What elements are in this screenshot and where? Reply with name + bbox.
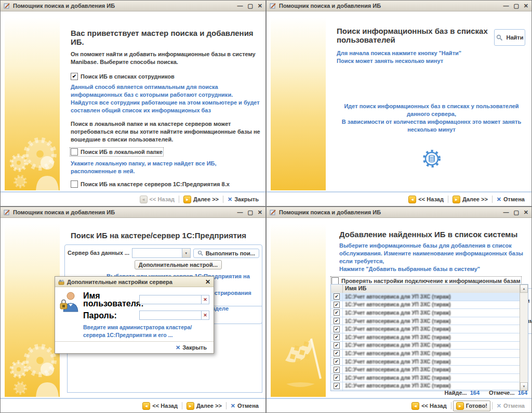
table-row[interactable]: ✔1С:Учет автосервиса для УП ЗХС (тираж)	[331, 358, 520, 366]
back-button[interactable]: ◂ << Назад	[140, 401, 180, 411]
table-row[interactable]: ✔1С:Учет автосервиса для УП ЗХС (тираж)	[331, 293, 520, 301]
close-button[interactable]: ✕ Закрыть	[225, 195, 261, 204]
checkbox-label: Проверять настройки подключение к информ…	[341, 278, 521, 284]
checkbox-verify-connection[interactable]: Проверять настройки подключение к информ…	[331, 277, 521, 285]
row-checkbox-checked[interactable]: ✔	[334, 383, 340, 389]
table-row[interactable]: ✔1С:Учет автосервиса для УП ЗХС (тираж)	[331, 374, 520, 382]
sidebar-art-gears	[5, 17, 60, 190]
close-icon[interactable]: ✕	[258, 210, 262, 215]
row-checkbox-checked[interactable]: ✔	[334, 318, 340, 324]
next-button[interactable]: ▸ Далее >>	[450, 195, 490, 204]
row-checkbox-checked[interactable]: ✔	[334, 350, 340, 356]
back-button[interactable]: ◂ << Назад	[409, 401, 449, 411]
ib-name-cell[interactable]: 1С:Учет автосервиса для УП ЗХС (тираж)	[343, 334, 520, 340]
table-row[interactable]: ✔1С:Учет автосервиса для УП ЗХС (тираж)	[331, 317, 520, 326]
find-button[interactable]: Найти	[494, 29, 525, 46]
ib-name-cell[interactable]: 1С:Учет автосервиса для УП ЗХС (тираж)	[343, 318, 520, 324]
maximize-icon[interactable]: ▢	[513, 3, 518, 9]
ib-name-cell[interactable]: 1С:Учет автосервиса для УП ЗХС (тираж)	[343, 375, 520, 381]
close-x-icon: ✕	[176, 344, 180, 351]
title-bar[interactable]: Помощник поиска и добавления ИБ — ▢ ✕	[1, 207, 265, 218]
page-title: Вас приветствует мастер поиска и добавле…	[71, 29, 260, 46]
checkbox-unchecked-icon[interactable]	[331, 277, 339, 285]
ib-name-cell[interactable]: 1С:Учет автосервиса для УП ЗХС (тираж)	[343, 342, 520, 348]
finish-arrow-icon: ▸	[456, 402, 464, 410]
next-button[interactable]: ▸ Далее >>	[181, 195, 221, 204]
next-button[interactable]: ▸ Далее >>	[184, 401, 224, 411]
back-button[interactable]: ◂ << Назад	[137, 195, 178, 204]
checkbox-search-users[interactable]: ✔ Поиск ИБ в списках сотрудников	[71, 73, 260, 80]
title-bar[interactable]: Помощник поиска и добавления ИБ — ▢ ✕	[1, 1, 265, 11]
welcome-content: Вас приветствует мастер поиска и добавле…	[71, 15, 260, 190]
maximize-icon[interactable]: ▢	[247, 3, 252, 9]
maximize-icon[interactable]: ▢	[513, 210, 518, 215]
row-checkbox-checked[interactable]: ✔	[334, 302, 340, 308]
row-checkbox-checked[interactable]: ✔	[334, 334, 340, 340]
header-name-column[interactable]: Имя ИБ	[343, 285, 520, 293]
scroll-up-icon[interactable]: ▲	[520, 285, 528, 293]
table-row[interactable]: ✔1С:Учет автосервиса для УП ЗХС (тираж)	[331, 333, 520, 342]
checkbox-unchecked-icon[interactable]	[71, 148, 78, 156]
clear-icon[interactable]: ✕	[202, 295, 209, 304]
server-settings-dialog: Дополнительные настройки сервера ✕ Имя п…	[55, 276, 214, 354]
row-checkbox-checked[interactable]: ✔	[334, 326, 340, 332]
ib-name-cell[interactable]: 1С:Учет автосервиса для УП ЗХС (тираж)	[343, 351, 520, 356]
row-checkbox-checked[interactable]: ✔	[334, 309, 340, 316]
server-combobox[interactable]: ▼	[132, 248, 191, 258]
ib-name-cell[interactable]: 1С:Учет автосервиса для УП ЗХС (тираж)	[343, 302, 520, 307]
ib-name-cell[interactable]: 1С:Учет автосервиса для УП ЗХС (тираж)	[343, 310, 520, 316]
title-bar[interactable]: Помощник поиска и добавления ИБ — ▢ ✕	[267, 207, 531, 218]
close-x-icon: ✕	[228, 196, 232, 203]
ib-name-cell[interactable]: 1С:Учет автосервиса для УП ЗХС (тираж)	[343, 294, 520, 300]
checkbox-search-cluster[interactable]: Поиск ИБ на кластере серверов 1С:Предпри…	[71, 180, 260, 188]
dialog-title-bar[interactable]: Дополнительные настройки сервера ✕	[55, 277, 214, 287]
checkbox-search-folder[interactable]: Поиск ИБ в локальной папке	[71, 148, 163, 156]
table-row[interactable]: ✔1С:Учет автосервиса для УП ЗХС (тираж)	[331, 366, 520, 374]
row-checkbox-checked[interactable]: ✔	[334, 293, 340, 300]
table-row[interactable]: ✔1С:Учет автосервиса для УП ЗХС (тираж)	[331, 325, 520, 333]
table-header[interactable]: Имя ИБ	[331, 285, 528, 293]
dialog-close-icon[interactable]: ✕	[205, 278, 210, 286]
username-field[interactable]: ✕	[139, 295, 209, 304]
close-icon[interactable]: ✕	[524, 210, 528, 215]
finish-button[interactable]: ▸ Готово!	[453, 401, 490, 411]
hint-duration: Поиск может занять несколько минут	[337, 57, 526, 65]
cancel-button[interactable]: ✕ Отмена	[494, 402, 527, 410]
dropdown-icon[interactable]: ▼	[182, 249, 190, 257]
hint-press: Нажмите "Добавить выбранные базы в систе…	[339, 265, 528, 273]
close-icon[interactable]: ✕	[524, 3, 528, 9]
password-field[interactable]: ✕	[139, 311, 209, 320]
back-button[interactable]: ◂ << Назад	[406, 195, 446, 204]
ib-name-cell[interactable]: 1С:Учет автосервиса для УП ЗХС (тираж)	[343, 367, 520, 372]
clear-icon[interactable]: ✕	[202, 311, 209, 320]
minimize-icon[interactable]: —	[237, 3, 243, 9]
cancel-button[interactable]: ✕ Отмена	[228, 402, 261, 410]
checkbox-checked-icon[interactable]: ✔	[71, 73, 78, 80]
row-checkbox-checked[interactable]: ✔	[334, 358, 340, 365]
ib-name-cell[interactable]: 1С:Учет автосервиса для УП ЗХС (тираж)	[343, 359, 520, 365]
table-row[interactable]: ✔1С:Учет автосервиса для УП ЗХС (тираж)	[331, 382, 520, 391]
row-checkbox-checked[interactable]: ✔	[334, 367, 340, 373]
minimize-icon[interactable]: —	[503, 3, 509, 9]
run-search-button[interactable]: Выполнить пои...	[193, 249, 259, 258]
table-row[interactable]: ✔1С:Учет автосервиса для УП ЗХС (тираж)	[331, 350, 520, 358]
maximize-icon[interactable]: ▢	[247, 210, 252, 215]
table-row[interactable]: ✔1С:Учет автосервиса для УП ЗХС (тираж)	[331, 309, 520, 317]
table-row[interactable]: ✔1С:Учет автосервиса для УП ЗХС (тираж)	[331, 342, 520, 350]
cancel-button[interactable]: ✕ Отмена	[494, 195, 527, 204]
cancel-x-icon: ✕	[497, 403, 501, 409]
minimize-icon[interactable]: —	[237, 210, 243, 215]
hint-select: Выберите информационные базы для добавле…	[339, 242, 528, 265]
additional-settings-button[interactable]: Дополнительные настрой...	[135, 260, 222, 269]
table-row[interactable]: ✔1С:Учет автосервиса для УП ЗХС (тираж)	[331, 301, 520, 309]
table-scrollbar[interactable]: ▲ ▼	[520, 285, 528, 391]
row-checkbox-checked[interactable]: ✔	[334, 342, 340, 349]
title-bar[interactable]: Помощник поиска и добавления ИБ — ▢ ✕	[267, 1, 531, 11]
dialog-close-button[interactable]: ✕ Закрыть	[173, 343, 209, 352]
minimize-icon[interactable]: —	[503, 210, 509, 215]
close-icon[interactable]: ✕	[258, 3, 262, 9]
row-checkbox-checked[interactable]: ✔	[334, 375, 340, 381]
checkbox-unchecked-icon[interactable]	[71, 180, 78, 188]
ib-name-cell[interactable]: 1С:Учет автосервиса для УП ЗХС (тираж)	[343, 326, 520, 332]
ib-name-cell[interactable]: 1С:Учет автосервиса для УП ЗХС (тираж)	[343, 383, 520, 389]
